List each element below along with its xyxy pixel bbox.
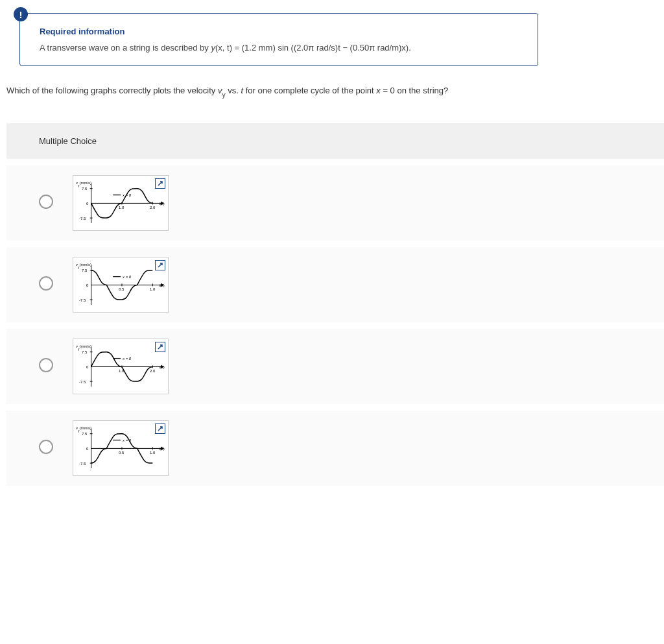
gb-ymin: -7.5 [79,298,86,302]
graph-b: vy(mm/s) 7.5 0 -7.5 x = 0 0.5 1.0 t(s) [73,257,169,313]
ga-xlbl: t(s) [159,202,165,206]
ga-tick2: 2.0 [150,206,155,209]
expand-icon [157,180,163,187]
expand-icon [157,425,163,432]
radio-option-d[interactable] [39,440,53,454]
ga-tick1: 1.0 [119,206,124,209]
gd-ymax: 7.5 [82,432,87,436]
q-eq: = 0 on the string? [381,86,448,95]
info-prefix: A transverse wave on a string is describ… [40,43,211,53]
expand-graph-d-button[interactable] [155,423,165,434]
radio-option-c[interactable] [39,358,53,372]
expand-graph-a-button[interactable] [155,178,165,189]
gb-tick2: 1.0 [150,287,155,291]
expand-icon [157,344,163,350]
graph-a: vy(mm/s) 7.5 0 -7.5 x = 0 1.0 2.0 t(s) [73,175,169,231]
info-badge-icon: ! [14,7,28,21]
gc-ymax: 7.5 [82,350,87,354]
gc-tick2: 2.0 [150,369,155,373]
gd-ymin: -7.5 [79,462,86,466]
q-mid: vs. [226,86,241,95]
ga-yzero: 0 [86,202,88,206]
gd-yzero: 0 [86,447,88,451]
gc-ylbl: vy(mm/s) [76,344,91,350]
option-row-b: vy(mm/s) 7.5 0 -7.5 x = 0 0.5 1.0 t(s) [6,247,664,322]
gb-ymax: 7.5 [82,268,87,272]
option-row-d: vy(mm/s) 7.5 0 -7.5 x = 0 0.5 1.0 t(s) [6,411,664,486]
ga-legend: x = 0 [123,193,131,197]
gc-legend: x = 0 [123,357,131,361]
gd-ylbl: vy(mm/s) [76,426,91,432]
graph-d: vy(mm/s) 7.5 0 -7.5 x = 0 0.5 1.0 t(s) [73,420,169,476]
question-stem: Which of the following graphs correctly … [0,79,664,123]
gc-ymin: -7.5 [79,380,86,384]
ga-ymax: 7.5 [82,187,87,191]
q-suffix: for one complete cycle of the point [243,86,376,95]
gb-legend: x = 0 [123,275,131,279]
ga-ymin: -7.5 [79,217,86,221]
info-badge-mark: ! [19,9,23,20]
gd-tick2: 1.0 [150,451,155,455]
radio-option-b[interactable] [39,276,53,291]
gc-yzero: 0 [86,365,88,369]
option-row-a: vy(mm/s) 7.5 0 -7.5 x = 0 1.0 2.0 t(s) [6,165,664,241]
required-info-card: ! Required information A transverse wave… [19,13,538,66]
gb-ylbl: vy(mm/s) [76,263,91,268]
gd-tick1: 0.5 [119,451,124,455]
option-row-c: vy(mm/s) 7.5 0 -7.5 x = 0 1.0 2.0 t(s) [6,329,664,404]
radio-option-a[interactable] [39,195,53,209]
info-eq: (x, t) = (1.2 mm) sin ((2.0π rad/s)t − (… [215,43,411,53]
gb-tick1: 0.5 [119,287,124,291]
graph-c: vy(mm/s) 7.5 0 -7.5 x = 0 1.0 2.0 t(s) [73,339,169,394]
expand-icon [157,262,163,268]
gd-xlbl: t(s) [159,447,165,451]
gb-yzero: 0 [86,283,88,287]
expand-graph-c-button[interactable] [155,342,165,352]
q-sub: y [222,91,225,99]
required-info-title: Required information [40,27,525,36]
ga-ylbl: vy(mm/s) [76,181,91,187]
multiple-choice-header: Multiple Choice [6,123,664,159]
gb-xlbl: t(s) [159,283,165,287]
options-container: vy(mm/s) 7.5 0 -7.5 x = 0 1.0 2.0 t(s) [6,165,664,486]
gc-xlbl: t(s) [159,365,165,369]
expand-graph-b-button[interactable] [155,260,165,270]
gc-tick1: 1.0 [119,369,124,373]
required-info-text: A transverse wave on a string is describ… [40,43,525,53]
gd-legend: x = 0 [123,438,131,442]
q-prefix: Which of the following graphs correctly … [6,86,218,95]
